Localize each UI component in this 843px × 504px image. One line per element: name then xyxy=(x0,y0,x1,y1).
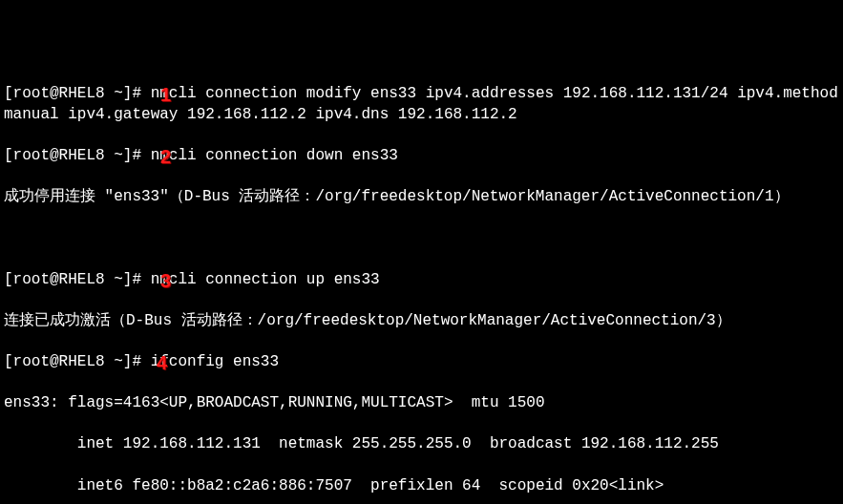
command-text: ifconfig ens33 xyxy=(151,353,279,370)
prompt: [root@RHEL8 ~]# xyxy=(4,85,151,102)
ifconfig-output: inet6 fe80::b8a2:c2a6:886:7507 prefixlen… xyxy=(4,476,839,497)
cmd-line-4[interactable]: 4[root@RHEL8 ~]# ifconfig ens33 xyxy=(4,352,839,373)
ifconfig-output: inet 192.168.112.131 netmask 255.255.255… xyxy=(4,434,839,455)
blank-line xyxy=(4,229,839,250)
prompt: [root@RHEL8 ~]# xyxy=(4,271,151,288)
prompt: [root@RHEL8 ~]# xyxy=(4,147,151,164)
cmd-line-2[interactable]: 2[root@RHEL8 ~]# nmcli connection down e… xyxy=(4,146,839,167)
ifconfig-output: ens33: flags=4163<UP,BROADCAST,RUNNING,M… xyxy=(4,393,839,414)
output-up: 连接已成功激活（D-Bus 活动路径：/org/freedesktop/Netw… xyxy=(4,311,839,332)
prompt: [root@RHEL8 ~]# xyxy=(4,353,151,370)
cmd-line-1[interactable]: 1[root@RHEL8 ~]# nmcli connection modify… xyxy=(4,84,839,125)
command-text: nmcli connection up ens33 xyxy=(151,271,380,288)
output-down: 成功停用连接 "ens33"（D-Bus 活动路径：/org/freedeskt… xyxy=(4,187,839,208)
command-text: nmcli connection down ens33 xyxy=(151,147,398,164)
cmd-line-3[interactable]: 3[root@RHEL8 ~]# nmcli connection up ens… xyxy=(4,270,839,291)
